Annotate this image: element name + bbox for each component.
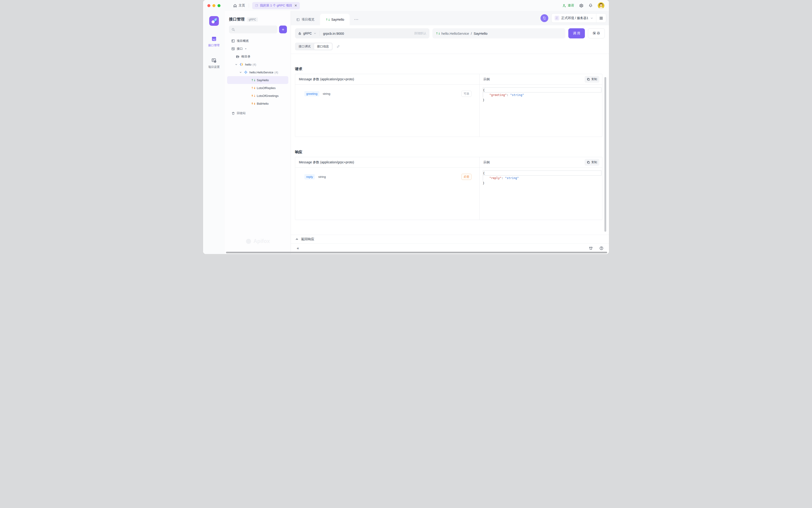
sidebar-item-proto-hello[interactable]: hello (4) [227,60,288,68]
protocol-label: gRPC [303,32,312,35]
trash-icon [231,112,235,115]
sidebar-item-recycle-bin[interactable]: 回收站 [227,109,288,117]
copy-button[interactable]: 复制 [585,159,599,166]
sidebar-item-project-overview[interactable]: 项目概览 [227,37,288,45]
chevron-down-icon[interactable] [239,71,242,74]
api-tree: 项目概览 接口 根目录 [225,37,291,117]
environment-select[interactable]: 正 正式环境 / 服务器1 [551,13,606,23]
tab-api-info[interactable]: 接口信息 [314,43,332,50]
protocol-select[interactable]: gRPC [295,31,320,36]
sidebar-item-method-sayhello[interactable]: ↑↓ SayHello [227,76,288,84]
mode-segmented-control: 接口调试 接口信息 [295,43,333,50]
more-tabs-button[interactable]: ··· [350,14,363,25]
copy-button[interactable]: 复制 [585,76,599,83]
env-badge: 正 [555,16,559,20]
apifox-logo [209,16,219,26]
api-box-icon [231,47,235,51]
save-button[interactable]: 保 存 [588,28,605,38]
sidebar-item-service-helloservice[interactable]: hello.HelloService (4) [227,68,288,76]
add-button[interactable]: + [279,26,287,33]
request-toolbar: gRPC grpcb.in:9000 跟随默认 ↑↓ hello.HelloSe… [291,25,609,38]
rail-item-api-management[interactable]: 接口管理 [208,36,220,47]
tree-label: LotsOfReplies [257,86,276,90]
help-icon[interactable] [599,246,604,250]
rail-item-project-settings[interactable]: 项目设置 [208,57,220,69]
subtab-row: 接口调试 接口信息 [291,38,609,54]
tree-label: 根目录 [241,54,250,59]
theme-tshirt-icon[interactable] [589,246,593,250]
project-tab[interactable]: 我的第 1 个 gRPC 项目 ✕ [252,2,300,9]
share-link-icon[interactable] [336,45,340,48]
sidebar-item-api-group[interactable]: 接口 [227,45,288,53]
proto-file-icon [240,62,243,66]
macos-minimize-button[interactable] [212,4,216,7]
tree-label: LotsOfGreetings [257,94,279,97]
url-hint: 跟随默认 [414,31,426,35]
tree-label: SayHello [257,79,269,82]
url-input[interactable]: grpcb.in:9000 跟随默认 [320,31,429,35]
param-name: reply [304,174,315,179]
return-response-toggle[interactable]: 返回响应 [291,235,609,243]
tab-api-debug[interactable]: 接口调试 [295,43,314,50]
env-menu-button[interactable] [596,13,606,23]
search-input[interactable] [229,26,277,33]
param-row-reply[interactable]: reply string 必需 [304,174,472,180]
vertical-scrollbar[interactable] [605,77,606,232]
response-example-code[interactable]: { "reply": "string" } [480,168,602,186]
tree-label: hello.HelloService [249,71,273,74]
chevron-down-icon[interactable] [235,63,238,66]
home-icon [233,4,237,8]
invite-button[interactable]: 邀请 [562,3,574,8]
bidi-streaming-icon: ↟↡ [251,102,255,105]
search-icon [232,28,235,31]
document-tabbar: 项目概览 ↑↓ SayHello ··· 正 正式环境 / 服务器1 [291,11,609,25]
request-example-header: 示例 复制 [480,74,602,85]
param-name: greeting [304,91,319,96]
api-management-icon [211,36,217,42]
sidebar-item-method-bidihello[interactable]: ↟↡ BidiHello [227,100,288,108]
macos-zoom-button[interactable] [218,4,221,7]
topbar-divider [249,3,249,8]
folder-icon [236,55,240,59]
request-example-code[interactable]: { "greeting": "string" } [480,85,602,102]
example-title: 示例 [483,160,490,165]
sidebar-item-method-lotsofgreetings[interactable]: ↟↓ LotsOfGreetings [227,92,288,100]
collapse-sidebar-icon[interactable]: « [297,246,299,251]
sync-button[interactable] [540,14,548,22]
project-tab-title: 我的第 1 个 gRPC 项目 [260,3,292,8]
user-avatar[interactable] [598,2,605,9]
request-panel: Message 参数 (application/grpc+proto) gree… [295,74,602,137]
home-button[interactable]: 主页 [233,3,245,8]
service-method-field[interactable]: ↑↓ hello.HelloService / SayHello [432,28,565,38]
tab-label: 项目概览 [302,17,315,22]
close-tab-icon[interactable]: ✕ [294,4,297,7]
tab-label: SayHello [331,18,344,22]
tree-label: 接口 [237,47,243,51]
response-heading: 响应 [295,150,602,155]
copy-icon [587,78,590,81]
client-streaming-icon: ↟↓ [251,94,255,97]
rail-api-label: 接口管理 [208,43,220,47]
horizontal-scrollbar[interactable] [226,252,607,253]
caret-down-icon[interactable] [245,48,247,50]
settings-gear-icon[interactable] [579,3,583,8]
tab-project-overview[interactable]: 项目概览 [291,14,320,25]
copy-icon [587,161,590,164]
service-node-icon [244,71,248,74]
env-label: 正式环境 / 服务器1 [561,16,588,20]
macos-close-button[interactable] [207,4,210,7]
response-params-header: Message 参数 (application/grpc+proto) [295,157,479,168]
notifications-bell-icon[interactable] [588,3,593,8]
sidebar-item-method-lotsofreplies[interactable]: ↑↡ LotsOfReplies [227,84,288,92]
sidebar-title: 接口管理 [229,16,245,22]
method-name: SayHello [474,32,487,35]
chevron-down-icon [590,17,593,19]
sidebar-item-root-folder[interactable]: 根目录 [227,53,288,60]
service-name: hello.HelloService [441,32,469,35]
param-row-greeting[interactable]: greeting string 可选 [304,91,472,97]
tab-sayhello[interactable]: ↑↓ SayHello [320,14,350,25]
invoke-button[interactable]: 调 用 [568,28,585,38]
return-response-label: 返回响应 [301,237,314,241]
chevron-up-icon [295,238,298,241]
tree-label: 回收站 [237,111,246,115]
